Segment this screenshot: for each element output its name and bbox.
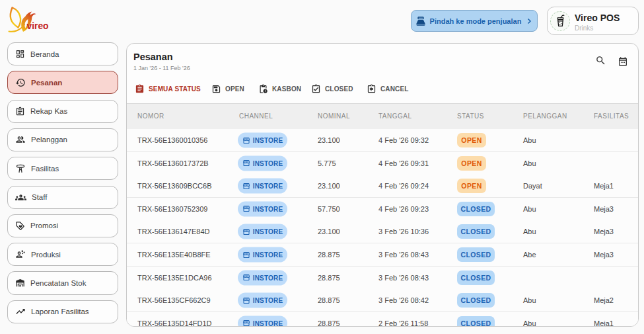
svg-text:vireo: vireo [27,20,49,31]
